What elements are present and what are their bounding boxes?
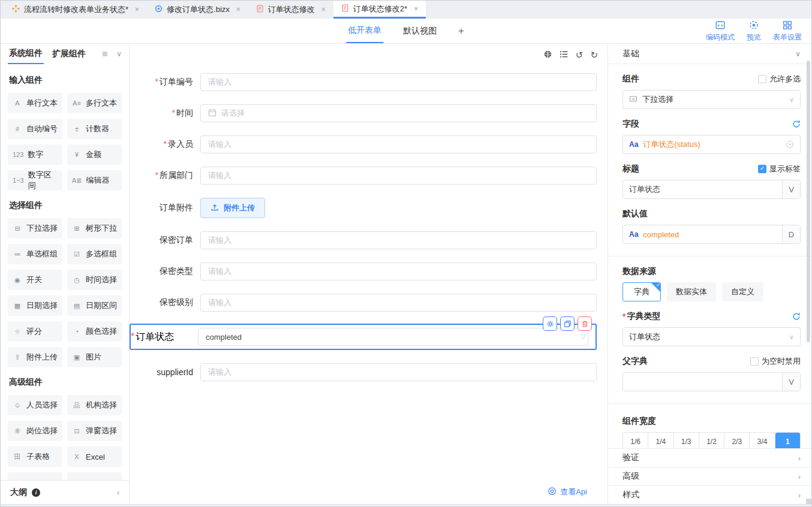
datasource-tab-custom[interactable]: 自定义	[722, 282, 763, 301]
component-item-person-picker[interactable]: ☺人员选择	[8, 395, 62, 415]
doc-tab-form2-active[interactable]: 订单状态修改2* ×	[333, 1, 426, 19]
panel-scrollbar[interactable]	[807, 61, 810, 342]
refresh-icon[interactable]	[792, 312, 801, 321]
outline-list-icon[interactable]	[560, 50, 569, 60]
field-delete-button[interactable]	[578, 316, 592, 331]
section-validation[interactable]: 验证 ›	[608, 448, 811, 467]
time-input[interactable]: 请选择	[200, 104, 597, 122]
field-row-department[interactable]: *所属部门 请输入	[130, 167, 597, 185]
tab-extended-components[interactable]: 扩展组件	[51, 44, 87, 64]
close-icon[interactable]: ×	[135, 5, 139, 14]
width-1-4[interactable]: 1/4	[648, 433, 673, 448]
bound-field-box[interactable]: Aa 订单状态(status)	[622, 135, 801, 154]
secret-type-input[interactable]: 请输入	[200, 262, 597, 280]
component-item-multi-line-text[interactable]: A≡多行文本	[67, 93, 122, 113]
datasource-tab-dict[interactable]: 字典	[622, 282, 661, 301]
width-full[interactable]: 1	[775, 433, 800, 448]
supplier-id-input[interactable]: 请输入	[200, 363, 597, 381]
component-item-counter[interactable]: ±计数器	[67, 119, 122, 139]
component-item-rating[interactable]: ☆评分	[8, 321, 62, 342]
code-mode-button[interactable]: 编码模式	[706, 20, 735, 41]
component-item-dropdown-select[interactable]: ⊟下拉选择	[8, 218, 62, 239]
component-item-sub-table[interactable]: 田子表格	[8, 446, 62, 467]
component-item-excel[interactable]: XExcel	[67, 446, 122, 467]
component-item-single-line-text[interactable]: A单行文本	[8, 93, 62, 113]
component-item-partial[interactable]	[67, 472, 122, 480]
doc-tab-process[interactable]: 修改订单状态.bizx ×	[147, 1, 248, 19]
chevron-down-icon[interactable]: ∨	[116, 50, 122, 58]
parent-dict-input[interactable]	[623, 373, 782, 391]
attachment-upload-button[interactable]: 附件上传	[200, 198, 265, 218]
field-row-entry-clerk[interactable]: *录入员 请输入	[130, 135, 597, 153]
field-row-secret-level[interactable]: 保密级别 请输入	[130, 294, 597, 312]
tab-lowcode-form[interactable]: 低开表单	[346, 19, 383, 43]
component-type-select[interactable]: 下拉选择 ∨	[622, 90, 801, 109]
department-input[interactable]: 请输入	[200, 167, 597, 185]
field-settings-button[interactable]	[543, 316, 557, 331]
field-row-secret-order[interactable]: 保密订单 请输入	[130, 231, 597, 249]
component-item-tree-dropdown[interactable]: ⊞树形下拉	[67, 218, 122, 239]
entry-clerk-input[interactable]: 请输入	[200, 135, 597, 153]
allow-multi-checkbox[interactable]	[758, 75, 766, 83]
close-icon[interactable]: ×	[414, 5, 418, 13]
component-item-popup-picker[interactable]: ⊡弹窗选择	[67, 421, 122, 441]
chevron-down-icon[interactable]: ∨	[795, 50, 801, 58]
close-icon[interactable]: ×	[321, 5, 326, 14]
component-item-number[interactable]: 123数字	[8, 144, 62, 165]
order-status-input[interactable]: completed	[198, 328, 588, 346]
close-icon[interactable]: ×	[236, 5, 240, 14]
panel-header-basic[interactable]: 基础 ∨	[608, 44, 811, 64]
form-settings-button[interactable]: 表单设置	[773, 20, 802, 41]
width-1-2[interactable]: 1/2	[699, 433, 724, 448]
view-api-link[interactable]: 查看Api	[560, 487, 587, 497]
dict-type-select[interactable]: 订单状态 ∨	[622, 327, 801, 346]
datasource-tab-entity[interactable]: 数据实体	[667, 282, 716, 301]
field-copy-button[interactable]	[560, 316, 575, 331]
component-item-checkbox-group[interactable]: ☑多选框组	[67, 244, 122, 264]
field-row-time[interactable]: *时间 请选择	[130, 104, 597, 122]
doc-tab-form1[interactable]: 订单状态修改 ×	[248, 1, 333, 19]
tab-system-components[interactable]: 系统组件	[8, 44, 44, 64]
component-item-date-picker[interactable]: ▦日期选择	[8, 295, 62, 316]
component-item-image[interactable]: ▣图片	[67, 347, 122, 367]
component-item-amount[interactable]: ¥金额	[67, 144, 122, 165]
section-style[interactable]: 样式 ›	[608, 485, 811, 504]
parent-dict-variable-button[interactable]: V	[782, 373, 800, 391]
title-variable-button[interactable]: V	[782, 180, 800, 198]
component-item-number-range[interactable]: 1~3数字区间	[8, 170, 62, 191]
component-item-color-picker[interactable]: ◔颜色选择	[67, 321, 122, 342]
tab-default-view[interactable]: 默认视图	[401, 19, 438, 43]
component-item-radio-group[interactable]: ≔单选框组	[8, 244, 62, 264]
component-item-position-picker[interactable]: ⑧岗位选择	[8, 421, 62, 441]
order-no-input[interactable]: 请输入	[200, 73, 597, 91]
secret-order-input[interactable]: 请输入	[200, 231, 597, 249]
section-advanced[interactable]: 高级 ›	[608, 467, 811, 485]
add-view-button[interactable]: +	[456, 19, 465, 43]
disable-when-empty-checkbox[interactable]	[750, 357, 759, 366]
field-row-order-status-selected[interactable]: *订单状态 completed ▽	[130, 324, 597, 350]
title-input[interactable]: 订单状态	[623, 180, 782, 198]
width-1-3[interactable]: 1/3	[674, 433, 699, 448]
component-item-switch[interactable]: ◉开关	[8, 270, 62, 290]
refresh-icon[interactable]	[792, 120, 801, 128]
show-label-checkbox[interactable]	[758, 165, 766, 173]
component-item-partial[interactable]	[8, 472, 62, 480]
component-item-date-range[interactable]: ▤日期区间	[67, 295, 122, 316]
field-row-secret-type[interactable]: 保密类型 请输入	[130, 262, 597, 280]
field-row-attachment[interactable]: 订单附件 附件上传	[130, 198, 597, 218]
component-item-file-upload[interactable]: ⇧附件上传	[8, 347, 62, 367]
outline-footer[interactable]: 大纲 i ›	[1, 480, 129, 504]
redo-icon[interactable]: ↻	[590, 50, 598, 59]
globe-icon[interactable]	[543, 50, 552, 60]
width-2-3[interactable]: 2/3	[724, 433, 750, 448]
preview-button[interactable]: 预览	[747, 20, 761, 41]
default-value-d-button[interactable]: D	[782, 225, 800, 243]
chevron-right-icon[interactable]: ›	[117, 488, 119, 497]
secret-level-input[interactable]: 请输入	[200, 294, 597, 312]
undo-icon[interactable]: ↺	[576, 50, 584, 59]
width-1-6[interactable]: 1/6	[623, 433, 648, 448]
doc-tab-workflow[interactable]: 流程流转时修改表单业务状态* ×	[4, 1, 147, 19]
field-row-supplier-id[interactable]: supplierId 请输入	[130, 363, 597, 381]
component-item-editor[interactable]: A≣编辑器	[67, 170, 122, 191]
component-item-org-picker[interactable]: 品机构选择	[67, 395, 122, 415]
